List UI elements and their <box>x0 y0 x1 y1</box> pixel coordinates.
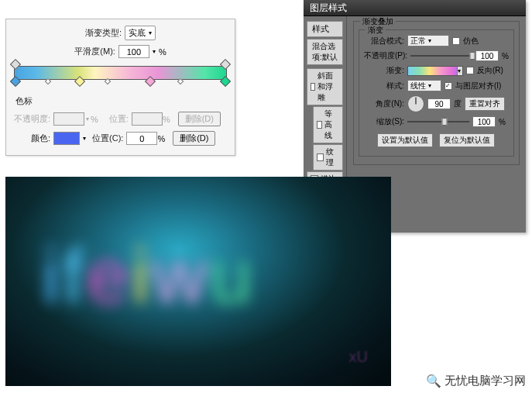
style-label: 样式: <box>364 81 404 91</box>
effect-checkbox[interactable] <box>317 153 324 161</box>
dither-label: 仿色 <box>463 36 479 47</box>
stop-position2-input[interactable] <box>126 132 157 145</box>
dialog-title: 图层样式 <box>310 2 347 15</box>
gradient-editor-panel: 渐变类型: 实底 ▾ 平滑度(M): ▾ % 色标 不透明度: ▾ % 位置: … <box>5 19 235 156</box>
effect-checkbox[interactable] <box>311 83 315 91</box>
stop-color-swatch[interactable] <box>53 132 80 145</box>
reverse-checkbox[interactable] <box>466 67 474 74</box>
effect-label: 等高线 <box>324 109 339 141</box>
angle-unit: 度 <box>454 98 462 109</box>
angle-dial[interactable] <box>407 95 424 112</box>
opacity-unit: % <box>502 52 509 60</box>
chevron-down-icon[interactable]: ▾ <box>83 135 86 142</box>
styles-header[interactable]: 样式 <box>307 21 343 37</box>
opacity-input[interactable] <box>475 50 499 61</box>
gradient-type-value: 实底 <box>129 27 146 39</box>
gradient-type-label: 渐变类型: <box>85 27 122 39</box>
angle-input[interactable] <box>427 98 451 109</box>
scale-slider[interactable] <box>407 120 469 123</box>
effect-item[interactable]: 等高线 <box>313 106 343 143</box>
reset-align-button[interactable]: 重置对齐 <box>465 97 505 111</box>
chevron-down-icon: ▾ <box>428 37 431 44</box>
dialog-title-bar[interactable]: 图层样式 <box>304 0 526 16</box>
smoothness-input[interactable] <box>118 45 149 58</box>
reverse-label: 反向(R) <box>477 65 503 76</box>
angle-label: 角度(N): <box>364 98 404 109</box>
blend-defaults-header[interactable]: 混合选项:默认 <box>307 39 343 65</box>
stop-color-label: 颜色: <box>31 133 50 144</box>
stop-position1-label: 位置: <box>109 113 129 125</box>
watermark: 🔍 无忧电脑学习网 <box>426 374 526 388</box>
gradient-bar[interactable] <box>14 66 227 80</box>
scale-input[interactable] <box>472 116 496 127</box>
stop-opacity-label: 不透明度: <box>14 113 50 125</box>
effect-item[interactable]: 斜面和浮雕 <box>307 68 343 105</box>
chevron-down-icon: ▾ <box>149 29 152 36</box>
effect-item[interactable]: 纹理 <box>313 144 343 171</box>
scale-label: 缩放(S): <box>364 116 404 127</box>
watermark-faint: xU <box>349 348 368 366</box>
gradient-picker[interactable]: ▾ <box>407 66 463 76</box>
effect-checkbox[interactable] <box>317 121 322 129</box>
effect-label: 纹理 <box>326 147 339 168</box>
chevron-down-icon: ▾ <box>86 115 89 122</box>
gradient-label: 渐变: <box>364 65 404 76</box>
chevron-down-icon: ▾ <box>457 67 462 75</box>
stop-opacity-input <box>53 112 84 126</box>
stop-position2-label: 位置(C): <box>92 133 123 144</box>
reset-default-button[interactable]: 复位为默认值 <box>439 133 495 147</box>
effect-label: 斜面和浮雕 <box>317 71 339 103</box>
stop-position1-input <box>132 112 163 126</box>
scale-unit: % <box>499 118 506 126</box>
chevron-down-icon: ▾ <box>153 48 156 55</box>
stop-position1-unit: % <box>163 115 170 124</box>
stop-position2-unit: % <box>157 134 165 143</box>
effect-preview: ifeiwu xU <box>5 177 391 386</box>
smoothness-label: 平滑度(M): <box>74 46 115 57</box>
align-label: 与图层对齐(I) <box>455 81 501 91</box>
chevron-down-icon: ▾ <box>428 82 431 89</box>
opacity-label: 不透明度(P): <box>364 50 407 61</box>
style-select[interactable]: 线性 ▾ <box>407 80 441 91</box>
stop-opacity-unit: % <box>91 115 98 124</box>
delete-opacity-stop-button: 删除(D) <box>178 112 221 126</box>
blend-mode-label: 混合模式: <box>364 36 404 47</box>
smoothness-unit: % <box>159 47 166 57</box>
blend-mode-select[interactable]: 正常 ▾ <box>407 35 449 47</box>
preview-text: ifeiwu <box>43 233 256 320</box>
gradient-preview-bar <box>14 66 227 80</box>
search-icon: 🔍 <box>426 374 441 388</box>
align-checkbox[interactable] <box>444 82 452 90</box>
set-default-button[interactable]: 设置为默认值 <box>377 133 433 147</box>
dither-checkbox[interactable] <box>452 37 460 45</box>
inner-group-title: 渐变 <box>366 25 386 36</box>
opacity-slider[interactable] <box>410 54 472 57</box>
delete-color-stop-button[interactable]: 删除(D) <box>173 131 215 146</box>
gradient-type-select[interactable]: 实底 ▾ <box>125 26 156 40</box>
stops-title: 色标 <box>15 95 225 107</box>
